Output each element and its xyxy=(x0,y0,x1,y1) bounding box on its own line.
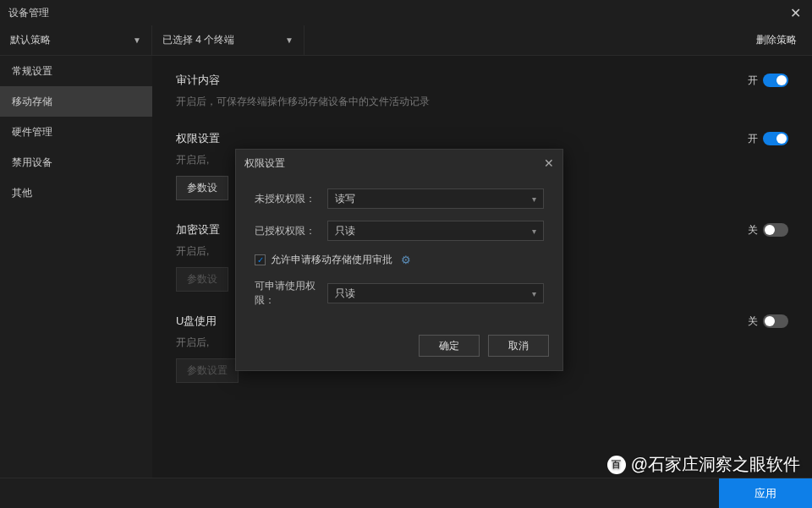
gear-icon[interactable]: ⚙ xyxy=(401,254,411,266)
toggle-wrap: 关 xyxy=(748,314,788,329)
ok-button[interactable]: 确定 xyxy=(419,335,480,357)
modal-body: 未授权权限： 读写 ▾ 已授权权限： 只读 ▾ ✓ 允许申请移动存储使用审批 ⚙… xyxy=(236,177,562,326)
chevron-down-icon: ▼ xyxy=(133,36,141,45)
sidebar-item-removable-storage[interactable]: 移动存储 xyxy=(0,86,152,117)
watermark-text: @石家庄洞察之眼软件 xyxy=(631,453,800,476)
sidebar-item-other[interactable]: 其他 xyxy=(0,178,152,208)
section-title: U盘使用 xyxy=(176,314,217,329)
toggle-label: 开 xyxy=(748,74,758,88)
paw-icon: 百 xyxy=(607,456,626,474)
toggle-wrap: 开 xyxy=(748,132,788,146)
section-title: 审计内容 xyxy=(176,73,220,88)
toolbar-spacer xyxy=(304,25,741,55)
form-row-applicable: 可申请使用权限： 只读 ▾ xyxy=(255,279,544,308)
permission-settings-modal: 权限设置 ✕ 未授权权限： 读写 ▾ 已授权权限： 只读 ▾ ✓ 允许申请移动存… xyxy=(235,149,563,371)
delete-policy-button[interactable]: 删除策略 xyxy=(741,25,812,55)
modal-footer: 确定 取消 xyxy=(236,326,562,370)
sidebar-item-hardware[interactable]: 硬件管理 xyxy=(0,117,152,147)
modal-title: 权限设置 xyxy=(244,156,285,171)
unauth-label: 未授权权限： xyxy=(255,192,327,206)
sidebar: 常规设置 移动存储 硬件管理 禁用设备 其他 xyxy=(0,56,152,478)
bottombar: 应用 xyxy=(0,478,812,508)
toolbar: 默认策略 ▼ 已选择 4 个终端 ▼ 删除策略 xyxy=(0,25,812,56)
form-row-unauth: 未授权权限： 读写 ▾ xyxy=(255,188,544,209)
chevron-down-icon: ▾ xyxy=(532,194,536,204)
section-audit: 审计内容 开 开启后，可保存终端操作移动存储设备中的文件活动记录 xyxy=(176,73,788,109)
param-settings-button[interactable]: 参数设 xyxy=(176,176,228,200)
cancel-button[interactable]: 取消 xyxy=(488,335,549,357)
chevron-down-icon: ▼ xyxy=(285,36,294,45)
auth-value: 只读 xyxy=(335,224,355,238)
unauth-value: 读写 xyxy=(335,192,355,206)
toggle-label: 关 xyxy=(748,314,758,329)
toggle-label: 关 xyxy=(748,223,758,238)
toggle-wrap: 关 xyxy=(748,223,788,238)
section-desc: 开启后，可保存终端操作移动存储设备中的文件活动记录 xyxy=(176,95,788,109)
approval-checkbox[interactable]: ✓ xyxy=(255,254,266,265)
toggle-label: 开 xyxy=(748,132,758,146)
usb-toggle[interactable] xyxy=(763,314,788,328)
policy-dropdown[interactable]: 默认策略 ▼ xyxy=(0,25,152,55)
audit-toggle[interactable] xyxy=(763,74,788,87)
chevron-down-icon: ▾ xyxy=(532,227,536,236)
apply-button[interactable]: 应用 xyxy=(719,478,812,508)
window-title: 设备管理 xyxy=(8,6,49,20)
terminal-dropdown-label: 已选择 4 个终端 xyxy=(162,33,234,47)
sidebar-item-general[interactable]: 常规设置 xyxy=(0,56,152,86)
permission-toggle[interactable] xyxy=(763,132,788,145)
watermark: 百 @石家庄洞察之眼软件 xyxy=(607,453,800,476)
modal-header: 权限设置 ✕ xyxy=(236,150,562,177)
close-icon[interactable]: ✕ xyxy=(544,156,554,170)
section-title: 加密设置 xyxy=(176,222,220,238)
auth-label: 已授权权限： xyxy=(255,224,327,238)
encryption-toggle[interactable] xyxy=(763,223,788,237)
sidebar-item-disabled-devices[interactable]: 禁用设备 xyxy=(0,147,152,178)
toggle-wrap: 开 xyxy=(748,74,788,88)
param-settings-button: 参数设置 xyxy=(176,358,239,383)
checkbox-label: 允许申请移动存储使用审批 xyxy=(271,253,392,267)
applicable-label: 可申请使用权限： xyxy=(255,279,327,308)
chevron-down-icon: ▾ xyxy=(532,289,536,298)
form-row-auth: 已授权权限： 只读 ▾ xyxy=(255,221,544,241)
close-icon[interactable]: ✕ xyxy=(787,5,804,21)
unauth-select[interactable]: 读写 ▾ xyxy=(327,188,544,209)
applicable-value: 只读 xyxy=(335,287,355,301)
checkbox-row: ✓ 允许申请移动存储使用审批 ⚙ xyxy=(255,253,544,267)
applicable-select[interactable]: 只读 ▾ xyxy=(327,283,544,303)
param-settings-button: 参数设 xyxy=(176,267,228,292)
auth-select[interactable]: 只读 ▾ xyxy=(327,221,544,241)
policy-dropdown-label: 默认策略 xyxy=(10,33,51,47)
terminal-dropdown[interactable]: 已选择 4 个终端 ▼ xyxy=(152,25,304,55)
titlebar: 设备管理 ✕ xyxy=(0,0,812,25)
section-title: 权限设置 xyxy=(176,131,220,146)
